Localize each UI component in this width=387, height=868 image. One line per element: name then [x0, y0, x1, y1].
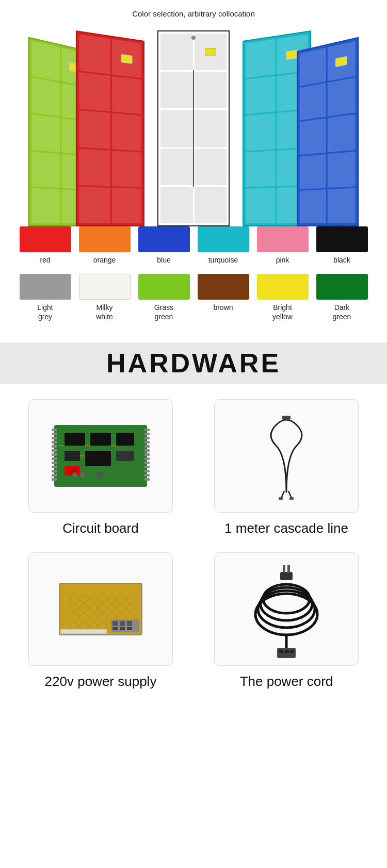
swatch-red-box: [20, 226, 71, 252]
swatch-bright-yellow: Brightyellow: [257, 274, 309, 321]
swatch-pink-box: [257, 226, 309, 252]
swatch-bright-yellow-label: Brightyellow: [272, 303, 293, 321]
svg-rect-32: [116, 451, 134, 461]
svg-rect-9: [52, 462, 57, 464]
svg-rect-7: [52, 453, 57, 456]
svg-rect-79: [127, 621, 132, 626]
swatch-pink-label: pink: [276, 255, 289, 265]
svg-point-40: [80, 472, 85, 478]
svg-rect-80: [112, 627, 118, 630]
svg-rect-8: [52, 457, 57, 460]
svg-rect-24: [144, 470, 150, 472]
swatch-row-1: red orange blue turquoise pink black: [15, 226, 372, 265]
swatch-orange-label: orange: [93, 255, 116, 265]
svg-rect-1: [52, 429, 57, 431]
swatch-milky-white: Milkywhite: [79, 274, 131, 321]
svg-rect-15: [144, 433, 150, 435]
svg-rect-18: [144, 445, 150, 448]
svg-point-84: [258, 591, 315, 628]
cascade-line-label: 1 meter cascade line: [224, 520, 348, 537]
hardware-grid: Circuit board 1 meter cascade line: [15, 399, 372, 691]
swatch-grass-green-box: [138, 274, 190, 300]
swatch-turquoise-label: turquoise: [208, 255, 238, 265]
svg-rect-13: [52, 478, 57, 481]
cascade-line-svg: [245, 410, 328, 502]
svg-line-44: [288, 491, 292, 498]
circuit-board-svg: [49, 417, 152, 495]
swatch-bright-yellow-box: [257, 274, 309, 300]
svg-rect-23: [144, 466, 150, 468]
svg-rect-22: [144, 462, 150, 464]
svg-rect-14: [144, 429, 150, 431]
hardware-item-cascade-line: 1 meter cascade line: [201, 399, 372, 537]
circuit-board-image-box: [28, 399, 173, 513]
swatch-turquoise: turquoise: [198, 226, 249, 265]
svg-rect-21: [144, 457, 150, 460]
svg-line-43: [281, 491, 284, 498]
swatch-black: black: [316, 226, 368, 265]
svg-rect-46: [289, 497, 294, 500]
svg-rect-17: [144, 441, 150, 444]
hardware-item-power-supply: 220v power supply: [15, 552, 186, 691]
swatch-brown-box: [198, 274, 249, 300]
power-cord-image-box: [214, 552, 359, 666]
hardware-divider: HARDWARE: [0, 342, 387, 384]
hardware-item-circuit-board: Circuit board: [15, 399, 186, 537]
svg-rect-82: [127, 627, 132, 630]
power-cord-svg: [235, 558, 338, 661]
locker-red: [76, 30, 144, 226]
circuit-board-label: Circuit board: [62, 520, 138, 537]
svg-rect-25: [144, 474, 150, 477]
svg-rect-26: [144, 478, 150, 481]
power-cord-label: The power cord: [240, 673, 333, 691]
color-section-title: Color selection, arbitrary collocation: [0, 9, 387, 18]
svg-rect-29: [116, 433, 134, 446]
swatch-dark-green: Darkgreen: [316, 274, 368, 321]
svg-rect-45: [279, 497, 283, 500]
power-supply-label: 220v power supply: [45, 673, 157, 691]
swatch-brown-label: brown: [213, 303, 233, 312]
svg-rect-89: [287, 565, 290, 573]
swatch-blue-label: blue: [157, 255, 170, 265]
svg-rect-28: [90, 433, 111, 446]
svg-rect-42: [282, 416, 291, 420]
swatch-pink: pink: [257, 226, 309, 265]
color-selection-section: Color selection, arbitrary collocation: [0, 0, 387, 337]
swatch-grid: red orange blue turquoise pink black: [0, 226, 387, 322]
hardware-item-power-cord: The power cord: [201, 552, 372, 691]
swatch-row-2: Lightgrey Milkywhite Grassgreen brown Br…: [15, 274, 372, 321]
svg-rect-81: [120, 627, 125, 630]
hardware-title: HARDWARE: [106, 348, 281, 379]
swatch-grass-green-label: Grassgreen: [154, 303, 173, 321]
locker-blue: [297, 37, 359, 226]
svg-rect-88: [283, 565, 285, 573]
svg-rect-27: [64, 433, 85, 446]
power-supply-svg: [49, 573, 152, 645]
svg-rect-77: [112, 621, 118, 626]
swatch-light-grey-label: Lightgrey: [37, 303, 53, 321]
swatch-milky-white-box: [79, 274, 131, 300]
svg-rect-3: [52, 437, 57, 439]
swatch-milky-white-label: Milkywhite: [96, 303, 113, 321]
svg-rect-11: [52, 470, 57, 472]
swatch-blue-box: [138, 226, 190, 252]
svg-rect-4: [52, 441, 57, 444]
locker-fan-display: [0, 25, 387, 226]
svg-rect-94: [291, 650, 294, 653]
svg-rect-19: [144, 449, 150, 452]
svg-rect-30: [64, 451, 80, 461]
svg-rect-87: [280, 572, 293, 580]
swatch-red-label: red: [40, 255, 50, 265]
svg-rect-16: [144, 437, 150, 439]
swatch-dark-green-label: Darkgreen: [333, 303, 351, 321]
power-supply-image-box: [28, 552, 173, 666]
swatch-light-grey-box: [20, 274, 71, 300]
swatch-turquoise-box: [198, 226, 249, 252]
swatch-black-label: black: [333, 255, 350, 265]
svg-rect-20: [144, 453, 150, 456]
svg-rect-2: [52, 433, 57, 435]
svg-point-41: [97, 471, 104, 479]
hardware-section: Circuit board 1 meter cascade line: [0, 384, 387, 707]
cascade-line-image-box: [214, 399, 359, 513]
cabinet-wrapper: [18, 30, 369, 226]
